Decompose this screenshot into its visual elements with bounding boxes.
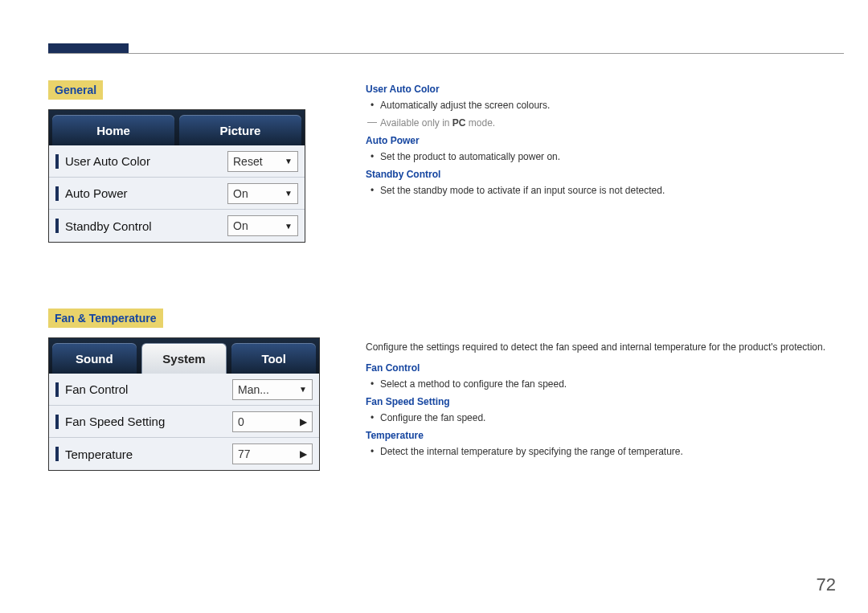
desc-general: User Auto Color Automatically adjust the… (366, 84, 832, 198)
dropdown-value: On (233, 187, 285, 200)
intro-text: Configure the settings required to detec… (366, 340, 832, 354)
bullet-text: Set the product to automatically power o… (380, 149, 832, 164)
row-tick-icon (55, 154, 59, 169)
note-text: Available only in PC mode. (380, 117, 832, 129)
chevron-right-icon: ▶ (300, 416, 307, 427)
note-suffix: mode. (466, 117, 496, 129)
spinner-value: 0 (238, 415, 300, 428)
row-temperature: Temperature 77 ▶ (49, 438, 319, 470)
bullet-text: Set the standby mode to activate if an i… (380, 183, 832, 198)
row-tick-icon (55, 447, 59, 461)
row-label: Auto Power (65, 186, 227, 200)
page-number: 72 (817, 574, 836, 595)
tab-picture[interactable]: Picture (179, 115, 301, 145)
row-fan-speed-setting: Fan Speed Setting 0 ▶ (49, 406, 319, 438)
header-rule (48, 53, 844, 54)
mock-general: Home Picture User Auto Color Reset ▼ Aut… (48, 109, 305, 243)
fan-control-dropdown[interactable]: Man... ▼ (232, 379, 313, 400)
standby-control-dropdown[interactable]: On ▼ (227, 215, 298, 236)
user-auto-color-dropdown[interactable]: Reset ▼ (227, 151, 298, 172)
bullet-text: Automatically adjust the screen colours. (380, 98, 832, 112)
left-column: General Home Picture User Auto Color Res… (48, 80, 321, 503)
bullet-text: Configure the fan speed. (380, 411, 832, 425)
mock-general-tabs: Home Picture (49, 110, 305, 145)
heading-standby-control: Standby Control (366, 169, 832, 180)
row-auto-power: Auto Power On ▼ (49, 178, 305, 210)
row-tick-icon (55, 219, 59, 233)
heading-temperature: Temperature (366, 430, 832, 441)
spinner-value: 77 (238, 447, 300, 460)
dropdown-value: Man... (238, 383, 299, 396)
mock-fan-temp-tabs: Sound System Tool (49, 338, 319, 374)
tab-tool[interactable]: Tool (231, 343, 316, 374)
dropdown-value: On (233, 219, 285, 232)
dropdown-value: Reset (233, 155, 285, 168)
row-label: Fan Speed Setting (65, 415, 232, 428)
row-standby-control: Standby Control On ▼ (49, 210, 305, 242)
row-fan-control: Fan Control Man... ▼ (49, 374, 319, 406)
chevron-right-icon: ▶ (300, 448, 307, 460)
row-user-auto-color: User Auto Color Reset ▼ (49, 145, 305, 178)
right-column: User Auto Color Automatically adjust the… (366, 80, 832, 464)
chevron-down-icon: ▼ (285, 222, 293, 231)
bullet-text: Detect the internal temperature by speci… (380, 444, 832, 459)
tab-sound[interactable]: Sound (52, 343, 137, 374)
desc-fan-temp: Configure the settings required to detec… (366, 340, 832, 459)
tab-home[interactable]: Home (52, 115, 174, 145)
row-label: User Auto Color (65, 154, 227, 168)
mock-general-list: User Auto Color Reset ▼ Auto Power On ▼ (49, 145, 305, 242)
section-general: General Home Picture User Auto Color Res… (48, 80, 321, 243)
tab-system[interactable]: System (141, 343, 227, 374)
auto-power-dropdown[interactable]: On ▼ (227, 183, 298, 204)
chevron-down-icon: ▼ (285, 157, 293, 166)
row-tick-icon (55, 382, 59, 397)
mock-fan-temp: Sound System Tool Fan Control Man... ▼ F… (48, 337, 320, 471)
temperature-spinner[interactable]: 77 ▶ (232, 443, 313, 464)
section-fan-temp: Fan & Temperature Sound System Tool Fan … (48, 309, 321, 471)
row-tick-icon (55, 415, 59, 429)
fan-speed-spinner[interactable]: 0 ▶ (232, 411, 313, 432)
heading-user-auto-color: User Auto Color (366, 84, 832, 95)
chevron-down-icon: ▼ (285, 189, 293, 198)
note-prefix: Available only in (380, 117, 452, 129)
heading-fan-control: Fan Control (366, 362, 832, 374)
section-title-fan-temp: Fan & Temperature (48, 309, 163, 328)
section-title-general: General (48, 80, 103, 100)
row-label: Temperature (65, 447, 232, 461)
chevron-down-icon: ▼ (299, 385, 307, 394)
row-tick-icon (55, 186, 59, 201)
note-bold: PC (452, 117, 466, 129)
bullet-text: Select a method to configure the fan spe… (380, 377, 832, 391)
row-label: Fan Control (65, 382, 232, 396)
mock-fan-temp-list: Fan Control Man... ▼ Fan Speed Setting 0… (49, 374, 319, 470)
row-label: Standby Control (65, 219, 227, 233)
header-accent-bar (48, 43, 129, 53)
heading-auto-power: Auto Power (366, 135, 832, 146)
heading-fan-speed-setting: Fan Speed Setting (366, 396, 832, 407)
